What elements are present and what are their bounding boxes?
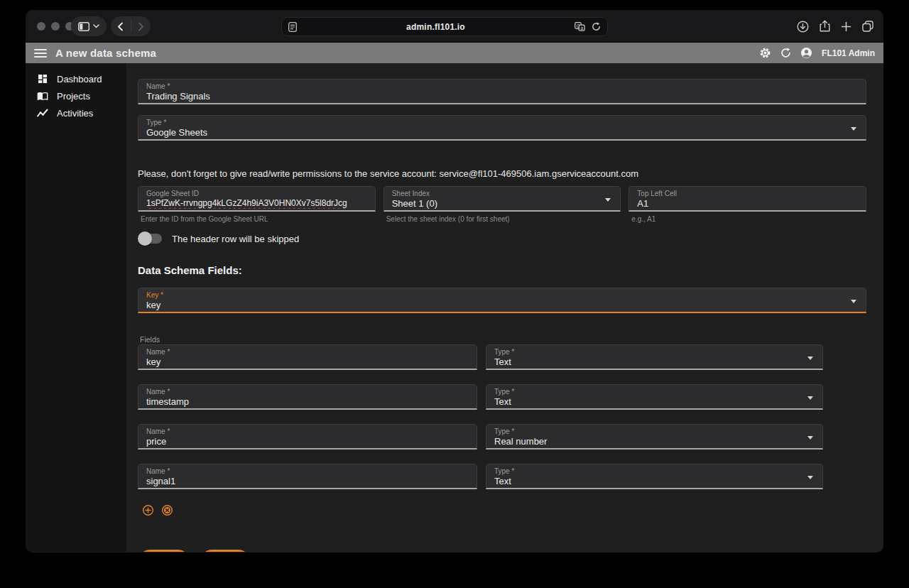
menu-icon[interactable] [34, 49, 47, 58]
field-row: Name * key Type * Text [138, 344, 866, 370]
field-type-select[interactable]: Type * Text [486, 384, 823, 410]
field-row: Name * timestamp Type * Text [138, 384, 866, 410]
tab-overview-icon[interactable] [862, 21, 873, 32]
chevron-down-icon [807, 396, 813, 400]
forward-button[interactable] [131, 22, 151, 31]
app-header: A new data schema FL101 Admin [26, 43, 883, 63]
form-content: Name * Trading Signals Type * Google She… [126, 63, 883, 552]
top-left-cell-field[interactable]: Top Left Cell A1 [628, 186, 866, 212]
field-type-value[interactable]: Real number [494, 436, 815, 447]
field-name-value[interactable]: price [146, 436, 469, 447]
field-type-label: Type * [494, 348, 815, 356]
field-name-input[interactable]: Name * key [138, 344, 477, 370]
url-text[interactable]: admin.fl101.io [297, 22, 575, 32]
sheet-id-field[interactable]: Google Sheet ID 1sPfZwK-rrvngpg4kLGzZ4h9… [138, 186, 376, 212]
field-type-value[interactable]: Text [494, 356, 815, 367]
sidebar-item-projects[interactable]: Projects [26, 87, 126, 104]
field-type-label: Type * [494, 467, 815, 475]
refresh-icon[interactable] [780, 48, 791, 58]
back-button[interactable] [111, 22, 131, 31]
header-skip-toggle[interactable] [139, 234, 163, 244]
close-window-button[interactable] [37, 22, 45, 31]
type-select-label: Type * [146, 119, 858, 126]
field-name-input[interactable]: Name * signal1 [138, 464, 477, 489]
field-type-select[interactable]: Type * Text [486, 464, 823, 489]
share-icon[interactable] [820, 20, 830, 33]
field-name-value[interactable]: key [146, 356, 469, 367]
name-field-label: Name * [146, 82, 858, 90]
type-select[interactable]: Type * Google Sheets [138, 115, 866, 141]
sidebar-item-activities[interactable]: Activities [26, 104, 126, 121]
sheet-id-value[interactable]: 1sPfZwK-rrvngpg4kLGzZ4h9iA3V0HN0Xv7s5l8d… [146, 198, 367, 209]
sheet-index-helper: Select the sheet index (0 for first shee… [383, 215, 621, 223]
field-name-input[interactable]: Name * timestamp [138, 384, 477, 410]
sheet-index-value[interactable]: Sheet 1 (0) [392, 198, 613, 209]
sheet-id-label: Google Sheet ID [146, 190, 367, 197]
chevron-down-icon [807, 436, 813, 440]
chevron-down-icon [851, 127, 856, 131]
field-name-input[interactable]: Name * price [138, 424, 477, 450]
field-name-label: Name * [146, 388, 469, 396]
field-row: Name * signal1 Type * Text [138, 464, 866, 489]
secondary-action-button[interactable] [200, 550, 251, 552]
section-title: Data Schema Fields: [138, 264, 866, 276]
header-skip-toggle-label: The header row will be skipped [172, 234, 299, 244]
fields-group-label: Fields [138, 335, 866, 344]
sheet-index-label: Sheet Index [392, 190, 613, 197]
field-name-label: Name * [146, 428, 469, 435]
reload-icon[interactable] [592, 22, 601, 31]
dashboard-icon [37, 73, 48, 85]
minimize-window-button[interactable] [51, 22, 60, 31]
top-left-cell-label: Top Left Cell [637, 190, 858, 197]
name-field[interactable]: Name * Trading Signals [138, 79, 866, 104]
field-name-label: Name * [146, 348, 469, 356]
key-select-value[interactable]: key [146, 300, 858, 310]
field-type-label: Type * [494, 388, 815, 396]
type-select-value[interactable]: Google Sheets [146, 127, 858, 138]
field-type-value[interactable]: Text [494, 396, 815, 407]
key-select-label: Key * [146, 291, 858, 299]
field-name-value[interactable]: signal1 [146, 476, 469, 486]
sidebar: Dashboard Projects Activities [26, 63, 126, 552]
field-type-select[interactable]: Type * Real number [486, 424, 823, 450]
chevron-down-icon [851, 300, 856, 303]
top-left-cell-value[interactable]: A1 [637, 198, 858, 209]
window-controls [37, 22, 74, 31]
new-tab-icon[interactable] [841, 21, 851, 32]
add-field-button[interactable] [139, 501, 156, 518]
toolbar-right-buttons [797, 16, 873, 36]
field-type-label: Type * [494, 428, 815, 435]
browser-window: admin.fl101.io Ga [26, 10, 883, 552]
name-field-value[interactable]: Trading Signals [146, 91, 858, 102]
sidebar-item-label: Dashboard [57, 74, 102, 85]
chevron-down-icon [93, 24, 99, 28]
user-name[interactable]: FL101 Admin [822, 48, 875, 58]
sidebar-item-label: Projects [57, 91, 90, 102]
field-type-value[interactable]: Text [494, 476, 815, 486]
downloads-icon[interactable] [797, 21, 809, 33]
chevron-down-icon [605, 198, 611, 202]
key-select[interactable]: Key * key [138, 288, 866, 313]
sidebar-toggle-button[interactable] [71, 16, 107, 36]
field-row: Name * price Type * Real number [138, 424, 866, 450]
translate-icon[interactable]: Ga [575, 22, 585, 31]
account-icon[interactable] [800, 47, 812, 59]
svg-text:a: a [580, 26, 583, 31]
chevron-down-icon [807, 476, 813, 479]
browser-toolbar: admin.fl101.io Ga [26, 10, 883, 43]
address-bar[interactable]: admin.fl101.io Ga [281, 17, 608, 36]
reader-icon[interactable] [288, 22, 297, 32]
remove-field-button[interactable] [158, 501, 175, 518]
sidebar-icon [78, 22, 89, 31]
book-icon [37, 90, 48, 102]
field-name-value[interactable]: timestamp [146, 396, 469, 407]
service-account-note: Please, don't forget to give read/write … [138, 168, 866, 179]
sheet-index-select[interactable]: Sheet Index Sheet 1 (0) [383, 186, 621, 212]
gear-icon[interactable] [759, 47, 771, 59]
page-title: A new data schema [55, 47, 156, 59]
field-name-label: Name * [146, 467, 469, 475]
sidebar-item-dashboard[interactable]: Dashboard [26, 70, 126, 87]
primary-action-button[interactable] [138, 550, 190, 552]
field-type-select[interactable]: Type * Text [486, 344, 823, 370]
nav-buttons [111, 16, 151, 36]
